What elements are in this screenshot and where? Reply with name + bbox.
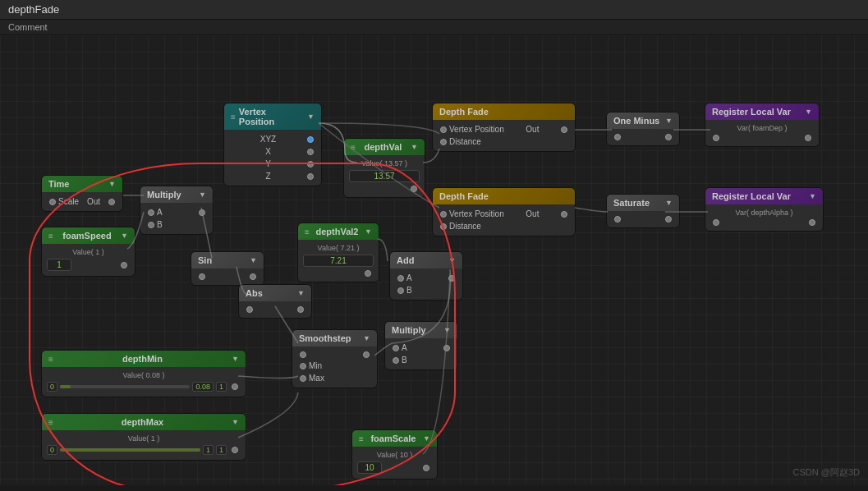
node-title: foamScale (370, 434, 416, 443)
menu-icon: ≡ (48, 232, 53, 241)
node-abs[interactable]: Abs ▼ (238, 284, 312, 319)
node-title: depthVal (365, 142, 402, 152)
node-depth-val2[interactable]: ≡ depthVal2 ▼ Value( 7.21 ) 7.21 (297, 223, 379, 282)
dropdown-icon[interactable]: ▼ (805, 108, 812, 116)
node-title: Multiply (392, 325, 426, 335)
dropdown-icon[interactable]: ▼ (365, 227, 372, 236)
node-register-local-var-1[interactable]: Register Local Var ▼ Var( foamDep ) (705, 103, 820, 147)
node-depth-val[interactable]: ≡ depthVal ▼ Value( 13.57 ) 13.57 (343, 138, 425, 198)
node-depth-fade-1[interactable]: Depth Fade Vertex Position Out Distance (432, 103, 576, 152)
node-multiply-1[interactable]: Multiply ▼ A B (140, 186, 214, 235)
node-register-local-var-2[interactable]: Register Local Var ▼ Var( depthAlpha ) (705, 187, 824, 232)
canvas[interactable]: ≡ Vertex Position ▼ XYZ X Y Z ≡ depthVal… (0, 35, 868, 485)
node-depth-max[interactable]: ≡ depthMax ▼ Value( 1 ) 0 1 1 (41, 413, 246, 461)
node-title: Vertex Position (239, 107, 304, 126)
node-title: Time (48, 179, 69, 189)
node-title: Saturate (613, 198, 650, 208)
dropdown-icon[interactable]: ▼ (108, 180, 116, 188)
node-foam-scale[interactable]: ≡ foamScale ▼ Value( 10 ) 10 (351, 429, 438, 480)
dropdown-icon[interactable]: ▼ (199, 190, 206, 199)
node-title: Register Local Var (712, 191, 791, 201)
dropdown-icon[interactable]: ▼ (809, 192, 816, 200)
node-multiply-2[interactable]: Multiply ▼ A B (384, 321, 458, 370)
node-title: Multiply (147, 190, 181, 200)
dropdown-icon[interactable]: ▼ (363, 334, 370, 342)
dropdown-icon[interactable]: ▼ (443, 326, 451, 334)
node-smoothstep[interactable]: Smoothstep ▼ Min Max (292, 329, 378, 388)
node-foam-speed[interactable]: ≡ foamSpeed ▼ Value( 1 ) 1 (41, 227, 135, 277)
node-title: Register Local Var (712, 107, 791, 117)
menu-icon: ≡ (305, 227, 310, 236)
node-time[interactable]: Time ▼ Scale Out (41, 175, 123, 212)
node-title: Add (397, 255, 414, 265)
node-title: One Minus (613, 116, 659, 126)
node-title: foamSpeed (62, 231, 111, 241)
node-depth-fade-2[interactable]: Depth Fade Vertex Position Out Distance (432, 187, 576, 236)
node-title: depthVal2 (315, 227, 358, 236)
menu-icon: ≡ (231, 112, 236, 122)
menu-icon: ≡ (48, 418, 53, 427)
node-title: Abs (246, 288, 263, 298)
watermark: CSDN @阿赵3D (793, 466, 860, 479)
node-vertex-position[interactable]: ≡ Vertex Position ▼ XYZ X Y Z (223, 103, 322, 186)
node-title: depthMin (122, 354, 163, 364)
node-title: Depth Fade (439, 191, 489, 201)
dropdown-icon[interactable]: ▼ (250, 256, 257, 264)
node-title: Depth Fade (439, 107, 489, 117)
node-add[interactable]: Add ▼ A B (389, 251, 463, 301)
dropdown-icon[interactable]: ▼ (232, 355, 239, 363)
dropdown-icon[interactable]: ▼ (665, 117, 673, 125)
dropdown-icon[interactable]: ▼ (423, 434, 430, 443)
menu-icon: ≡ (359, 434, 364, 443)
dropdown-icon[interactable]: ▼ (411, 143, 418, 151)
dropdown-icon[interactable]: ▼ (665, 199, 673, 207)
comment-label: Comment (8, 22, 48, 32)
dropdown-icon[interactable]: ▼ (448, 256, 456, 264)
window-title: depthFade (8, 3, 59, 16)
node-title: Sin (198, 255, 212, 265)
dropdown-icon[interactable]: ▼ (297, 289, 305, 297)
title-bar: depthFade (0, 0, 868, 20)
dropdown-icon[interactable]: ▼ (307, 112, 315, 121)
menu-icon: ≡ (48, 355, 53, 364)
node-one-minus[interactable]: One Minus ▼ (606, 112, 680, 146)
node-title: depthMax (122, 417, 163, 427)
node-saturate[interactable]: Saturate ▼ (606, 194, 680, 228)
menu-icon: ≡ (351, 143, 356, 152)
node-sin[interactable]: Sin ▼ (191, 251, 264, 286)
node-depth-min[interactable]: ≡ depthMin ▼ Value( 0.08 ) 0 0.08 1 (41, 350, 246, 397)
comment-bar: Comment (0, 20, 868, 35)
node-title: Smoothstep (299, 333, 351, 343)
dropdown-icon[interactable]: ▼ (121, 232, 128, 240)
dropdown-icon[interactable]: ▼ (232, 418, 239, 426)
